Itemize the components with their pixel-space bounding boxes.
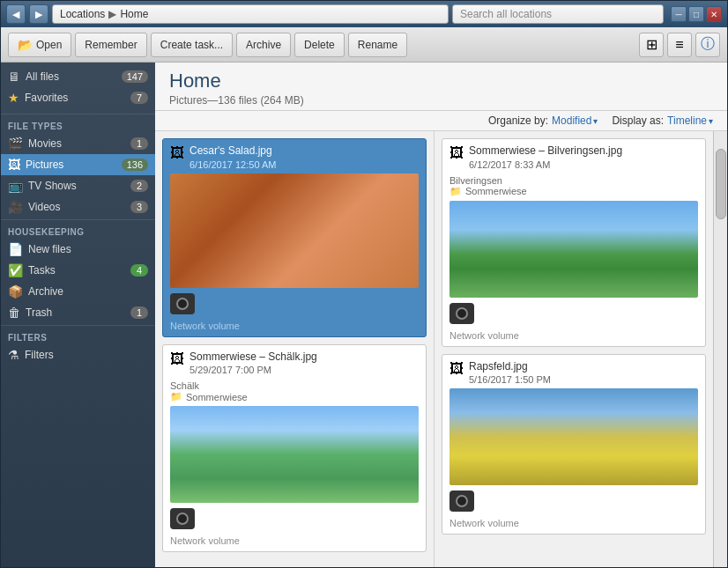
delete-button[interactable]: Delete [294,33,345,57]
sidebar: 🖥 All files 147 ★ Favorites 7 FILE TYPES… [1,63,155,567]
breadcrumb-sep: ▶ [108,8,116,20]
open-label: Open [36,39,62,51]
rename-label: Rename [358,39,397,51]
organize-bar: Organize by: Modified ▾ Display as: Time… [155,111,727,131]
tasks-label: Tasks [28,264,125,277]
favorites-label: Favorites [25,92,125,104]
organize-by-value[interactable]: Modified ▾ [552,114,598,127]
display-as: Display as: Timeline ▾ [612,114,713,127]
camera-lens-raps [456,495,468,507]
open-button[interactable]: 📂 Open [8,33,71,57]
file-card-rapsfeld[interactable]: 🖼 Rapsfeld.jpg 5/16/2017 1:50 PM [442,354,706,535]
trash-badge: 1 [130,306,148,319]
tv-shows-label: TV Shows [28,180,125,192]
display-as-value[interactable]: Timeline ▾ [667,114,713,127]
toolbar-right: ⊞ ≡ ⓘ [639,33,720,57]
sidebar-item-tasks[interactable]: ✅ Tasks 4 [1,260,155,281]
search-placeholder: Search all locations [460,8,552,20]
maximize-button[interactable]: □ [688,6,704,22]
file-grid: 🖼 Cesar's Salad.jpg 6/16/2017 12:50 AM [155,131,727,567]
videos-badge: 3 [130,201,148,213]
sidebar-item-filters[interactable]: ⚗ Filters [1,344,155,365]
all-files-icon: 🖥 [8,70,20,84]
tasks-icon: ✅ [8,263,23,277]
file-preview-schalk [170,406,419,503]
camera-icon [170,293,195,314]
camera-icon-schalk [170,508,195,529]
info-button[interactable]: ⓘ [695,33,720,57]
close-button[interactable]: ✕ [706,6,722,22]
favorites-icon: ★ [8,91,19,105]
minimize-button[interactable]: ─ [671,6,687,22]
file-date-raps: 5/16/2017 1:50 PM [469,374,698,385]
scrollbar[interactable] [713,131,727,567]
file-card-header-raps: 🖼 Rapsfeld.jpg 5/16/2017 1:50 PM [442,355,705,389]
sidebar-item-new-files[interactable]: 📄 New files [1,239,155,260]
sidebar-item-tv-shows[interactable]: 📺 TV Shows 2 [1,175,155,196]
divider-3 [1,325,155,326]
file-thumbnail-schalk [170,406,419,503]
file-name-schalk: Sommerwiese – Schälk.jpg [189,350,419,365]
page-title: Home [169,70,713,92]
breadcrumb[interactable]: Locations ▶ Home [52,4,449,24]
organize-by-arrow: ▾ [593,116,598,126]
file-preview [170,173,419,288]
content-area: Home Pictures—136 files (264 MB) Organiz… [155,63,727,567]
file-preview-raps [449,388,698,485]
scroll-thumb[interactable] [716,149,726,219]
file-location-bilv: Network volume [442,328,705,346]
tasks-badge: 4 [130,264,148,277]
rename-button[interactable]: Rename [348,33,407,57]
file-path-line2-schalk: 📁 Sommerwiese [170,391,419,402]
pictures-icon: 🖼 [8,158,20,172]
file-card-header-bilv: 🖼 Sommerwiese – Bilveringsen.jpg 6/12/20… [442,139,705,173]
view-list-button[interactable]: ≡ [667,33,692,57]
display-as-label: Display as: [612,114,664,127]
create-task-button[interactable]: Create task... [151,33,233,57]
favorites-badge: 7 [130,92,148,104]
file-location-raps: Network volume [442,515,705,534]
file-path-line1-bilv: Bilveringsen [449,175,698,186]
forward-button[interactable]: ▶ [29,4,48,24]
camera-wrap-bilv [442,301,705,328]
nav-buttons: ◀ ▶ [6,4,48,24]
file-thumbnail-bilv [449,201,698,298]
file-date-bilv: 6/12/2017 8:33 AM [469,159,698,170]
archive-icon: 📦 [8,284,23,299]
all-files-badge: 147 [122,70,148,83]
filters-icon: ⚗ [8,348,19,362]
file-path-schalk: Schälk 📁 Sommerwiese [163,379,426,406]
trash-label: Trash [26,306,125,319]
file-path-line1-schalk: Schälk [170,380,419,391]
file-date: 6/16/2017 12:50 AM [189,159,419,170]
movies-icon: 🎬 [8,136,23,151]
create-task-label: Create task... [160,39,223,51]
remember-button[interactable]: Remember [75,33,146,57]
sidebar-item-movies[interactable]: 🎬 Movies 1 [1,133,155,154]
camera-lens-schalk [176,513,189,525]
sidebar-item-videos[interactable]: 🎥 Videos 3 [1,196,155,218]
folder-icon-schalk: 📁 [170,391,182,402]
trash-icon: 🗑 [8,306,20,320]
sidebar-item-pictures[interactable]: 🖼 Pictures 136 [1,154,155,175]
file-card-bilveringsen[interactable]: 🖼 Sommerwiese – Bilveringsen.jpg 6/12/20… [442,138,706,347]
movies-badge: 1 [130,137,148,150]
sidebar-item-favorites[interactable]: ★ Favorites 7 [1,87,155,108]
view-grid-button[interactable]: ⊞ [639,33,664,57]
archive-label: Archive [246,39,281,51]
file-card-cesars[interactable]: 🖼 Cesar's Salad.jpg 6/16/2017 12:50 AM [162,138,427,337]
file-path-bilv: Bilveringsen 📁 Sommerwiese [442,173,705,201]
file-card-schalk[interactable]: 🖼 Sommerwiese – Schälk.jpg 5/29/2017 7:0… [162,344,427,553]
search-box[interactable]: Search all locations [452,4,664,24]
sidebar-item-all-files[interactable]: 🖥 All files 147 [1,66,155,87]
back-button[interactable]: ◀ [6,4,26,24]
file-info-bilv: Sommerwiese – Bilveringsen.jpg 6/12/2017… [469,144,698,170]
display-as-arrow: ▾ [709,116,713,126]
window-controls: ─ □ ✕ [671,6,722,22]
file-name: Cesar's Salad.jpg [189,144,419,159]
tv-shows-badge: 2 [130,180,148,192]
archive-button[interactable]: Archive [236,33,291,57]
sidebar-item-trash[interactable]: 🗑 Trash 1 [1,302,155,323]
sidebar-item-archive[interactable]: 📦 Archive [1,281,155,302]
content-subtitle: Pictures—136 files (264 MB) [169,94,713,107]
